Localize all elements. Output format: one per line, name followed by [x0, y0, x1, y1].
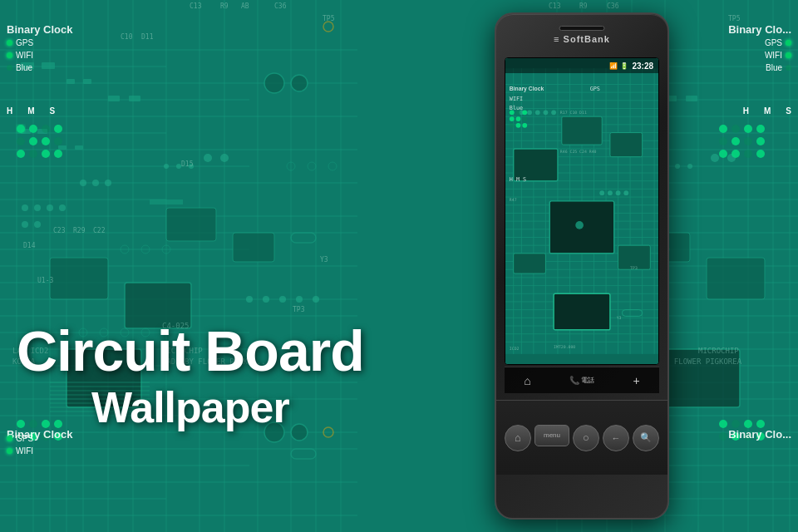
- svg-text:Y3: Y3: [617, 316, 622, 320]
- svg-point-141: [675, 164, 680, 169]
- svg-rect-87: [108, 96, 120, 101]
- phone-search-btn[interactable]: 🔍: [633, 425, 659, 451]
- hms-labels-top-right: H M S: [743, 106, 791, 116]
- gps-dot: [7, 40, 12, 46]
- svg-point-116: [22, 221, 28, 228]
- svg-point-143: [711, 154, 719, 162]
- svg-rect-315: [514, 254, 546, 273]
- svg-rect-109: [707, 258, 765, 299]
- gps-status-right: GPS: [765, 38, 791, 47]
- svg-text:TP3: TP3: [293, 306, 305, 313]
- svg-point-320: [535, 110, 540, 115]
- circuit-background: C13 R9 AB C36 TP5 C10 D11 C23 R29 C22 D1…: [0, 0, 798, 532]
- svg-text:H   M   S: H M S: [510, 176, 526, 183]
- svg-text:IMT20.000: IMT20.000: [554, 345, 575, 349]
- svg-point-121: [164, 164, 169, 169]
- blue-status-left: Blue: [7, 63, 33, 72]
- svg-text:AB: AB: [241, 2, 249, 10]
- blue-status-right: Blue: [765, 63, 791, 72]
- blue-label: Blue: [16, 63, 32, 72]
- phone-bottom-area: ⌂ menu ○ ← 🔍: [496, 400, 667, 475]
- home-soft-btn[interactable]: ⌂: [524, 374, 530, 387]
- svg-point-130: [313, 296, 319, 303]
- phone-home-btn[interactable]: ⌂: [505, 425, 531, 451]
- svg-point-202: [756, 420, 765, 428]
- svg-point-322: [551, 110, 556, 115]
- svg-text:C13: C13: [549, 2, 561, 10]
- blue-dot: [7, 65, 12, 71]
- call-soft-btn[interactable]: 📞 電話: [569, 376, 594, 385]
- svg-point-332: [522, 116, 527, 121]
- svg-rect-94: [233, 233, 274, 262]
- svg-point-178: [54, 150, 62, 158]
- hms-labels-top: H M S: [7, 106, 55, 116]
- svg-point-118: [80, 180, 86, 186]
- svg-point-172: [29, 137, 37, 145]
- main-subtitle: Wallpaper: [17, 382, 364, 432]
- svg-point-168: [29, 125, 37, 133]
- gps-status-left: GPS: [7, 38, 33, 47]
- phone-menu-btn[interactable]: menu: [534, 425, 569, 446]
- svg-text:GPS: GPS: [590, 86, 600, 92]
- main-text-block: Circuit Board Wallpaper: [17, 320, 364, 432]
- phone-body: ≡ SoftBank 📶 🔋 23:28: [495, 12, 669, 520]
- svg-rect-84: [42, 62, 55, 69]
- svg-rect-317: [554, 293, 610, 330]
- svg-point-171: [17, 137, 25, 145]
- svg-rect-88: [129, 96, 140, 101]
- svg-rect-98: [150, 200, 183, 204]
- svg-point-203: [719, 432, 727, 441]
- plus-soft-btn[interactable]: +: [633, 374, 640, 387]
- phone-hw-row: ⌂ menu ○ ← 🔍: [496, 425, 667, 451]
- phone-screen-inner: 📶 🔋 23:28: [505, 58, 658, 364]
- svg-point-113: [34, 204, 41, 211]
- phone-back-btn[interactable]: ←: [603, 425, 629, 451]
- svg-rect-85: [66, 79, 75, 84]
- wifi-status-left: WIFI: [7, 51, 33, 60]
- svg-point-175: [17, 150, 25, 158]
- svg-point-183: [719, 137, 727, 145]
- svg-point-173: [42, 137, 50, 145]
- phone-trackball[interactable]: ○: [573, 425, 599, 451]
- gps-bl: GPS: [7, 434, 33, 443]
- svg-text:R17  C10  D11: R17 C10 D11: [560, 111, 587, 115]
- m-label-r: M: [764, 106, 771, 116]
- svg-point-120: [105, 180, 111, 186]
- svg-point-207: [264, 73, 284, 93]
- svg-rect-95: [50, 258, 108, 299]
- svg-text:WIFI: WIFI: [510, 96, 523, 102]
- call-label: 電話: [581, 376, 594, 385]
- phone: ≡ SoftBank 📶 🔋 23:28: [495, 12, 669, 520]
- svg-point-180: [732, 125, 740, 133]
- svg-point-325: [616, 190, 621, 195]
- svg-text:R9: R9: [220, 2, 229, 10]
- svg-text:C23: C23: [53, 227, 66, 234]
- svg-point-190: [756, 150, 765, 158]
- svg-point-200: [732, 420, 740, 428]
- svg-point-323: [599, 190, 604, 195]
- svg-point-187: [719, 150, 727, 158]
- phone-circuit-svg: Binary Clock GPS WIFI Blue H M S R17 C10…: [505, 58, 658, 364]
- svg-point-185: [744, 137, 752, 145]
- svg-text:TP3: TP3: [630, 266, 638, 270]
- phone-status-bar: 📶 🔋 23:28: [505, 58, 658, 73]
- svg-point-179: [719, 125, 727, 133]
- svg-point-127: [263, 296, 269, 303]
- wifi-status-right: WIFI: [765, 51, 791, 60]
- m-label: M: [27, 106, 34, 116]
- svg-point-201: [744, 420, 752, 428]
- svg-text:C36: C36: [274, 2, 287, 10]
- svg-text:C22: C22: [93, 227, 106, 234]
- svg-text:ICD2: ICD2: [510, 347, 520, 351]
- wifi-label: WIFI: [16, 51, 33, 60]
- svg-point-115: [59, 204, 66, 211]
- svg-point-112: [22, 204, 28, 211]
- gps-label: GPS: [16, 38, 33, 47]
- svg-rect-93: [166, 208, 216, 241]
- svg-point-167: [17, 125, 25, 133]
- s-label-r: S: [786, 106, 791, 116]
- svg-point-117: [34, 221, 41, 228]
- svg-point-124: [204, 154, 212, 162]
- phone-status-icons: 📶 🔋: [609, 62, 628, 70]
- svg-rect-104: [686, 96, 697, 101]
